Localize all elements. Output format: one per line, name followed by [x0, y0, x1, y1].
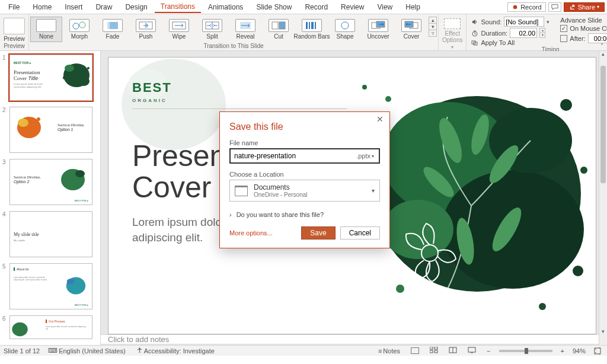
cancel-button[interactable]: Cancel — [340, 226, 380, 240]
location-sub: OneDrive - Personal — [254, 191, 308, 198]
filename-input[interactable] — [231, 149, 352, 162]
dialog-layer: ✕ Save this file File name .pptx ▾ Choos… — [0, 0, 607, 364]
location-name: Documents — [254, 183, 308, 191]
more-options-link[interactable]: More options... — [229, 229, 273, 237]
dialog-close-button[interactable]: ✕ — [374, 114, 386, 126]
file-extension-select[interactable]: .pptx ▾ — [352, 149, 379, 162]
share-prompt-text: Do you want to share this file? — [237, 211, 324, 218]
folder-icon — [235, 186, 248, 196]
file-ext-label: .pptx — [356, 152, 370, 159]
chevron-down-icon: ▾ — [372, 187, 375, 194]
share-prompt-row[interactable]: › Do you want to share this file? — [220, 205, 389, 218]
close-icon: ✕ — [376, 114, 384, 124]
filename-label: File name — [229, 139, 380, 146]
location-select[interactable]: Documents OneDrive - Personal ▾ — [229, 180, 380, 202]
location-label: Choose a Location — [229, 171, 380, 178]
chevron-right-icon: › — [229, 211, 232, 218]
save-dialog: ✕ Save this file File name .pptx ▾ Choos… — [219, 111, 390, 248]
dialog-title: Save this file — [220, 112, 389, 136]
save-button[interactable]: Save — [301, 226, 335, 240]
chevron-down-icon: ▾ — [372, 154, 374, 159]
